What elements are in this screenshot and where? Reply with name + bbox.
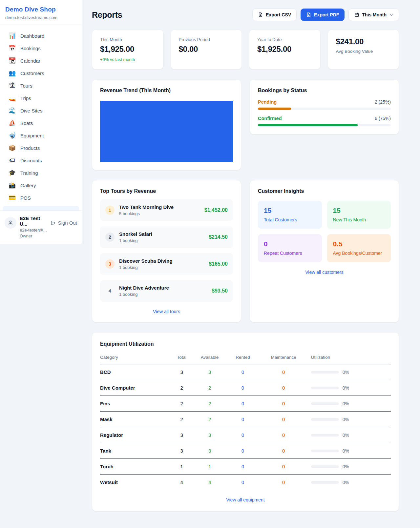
sidebar-item-label: Calendar bbox=[20, 58, 40, 64]
sidebar-active-item-partial[interactable] bbox=[3, 206, 79, 211]
equipment-available: 3 bbox=[191, 443, 228, 459]
equipment-maintenance: 0 bbox=[258, 427, 310, 443]
equipment-rented: 0 bbox=[228, 412, 258, 427]
bookings-by-status-card: Bookings by Status Pending2 (25%)Confirm… bbox=[250, 79, 399, 134]
equipment-utilization-title: Equipment Utilization bbox=[100, 341, 391, 347]
charts-row: Revenue Trend (This Month) Bookings by S… bbox=[92, 79, 399, 170]
customer-insights-card: Customer Insights 15Total Customers15New… bbox=[250, 180, 399, 322]
equipment-available: 3 bbox=[191, 364, 228, 380]
equipment-row: Fins22000% bbox=[100, 396, 391, 412]
equipment-utilization: 0% bbox=[311, 464, 391, 469]
utilization-percent: 0% bbox=[343, 433, 349, 438]
tour-row: 1Two Tank Morning Dive5 bookings$1,452.0… bbox=[100, 199, 233, 221]
user-role: Owner bbox=[20, 234, 47, 238]
package-emoji: 📦 bbox=[9, 145, 16, 151]
sign-out-button[interactable]: Sign Out bbox=[50, 220, 77, 226]
sidebar-item-gallery[interactable]: 📸Gallery bbox=[3, 179, 79, 192]
sidebar-item-equipment[interactable]: 🤿Equipment bbox=[3, 129, 79, 142]
sidebar-item-label: Dashboard bbox=[20, 33, 44, 39]
tour-revenue: $93.50 bbox=[212, 288, 228, 294]
equipment-utilization: 0% bbox=[311, 417, 391, 422]
insight-tile: 0.5Avg Bookings/Customer bbox=[327, 234, 391, 262]
tear-off-calendar-emoji: 📆 bbox=[9, 58, 16, 64]
sidebar-item-tours[interactable]: 🏝Tours bbox=[3, 79, 79, 92]
sidebar-item-trips[interactable]: 🚤Trips bbox=[3, 92, 79, 104]
revenue-trend-chart-area bbox=[100, 101, 233, 162]
utilization-bar-track bbox=[311, 434, 339, 437]
sidebar-item-label: Boats bbox=[20, 120, 33, 126]
tour-name: Snorkel Safari bbox=[119, 231, 204, 237]
utilization-bar-track bbox=[311, 371, 339, 374]
insight-tile: 0Repeat Customers bbox=[258, 234, 322, 262]
equipment-row: Tank33000% bbox=[100, 443, 391, 459]
equipment-category: Fins bbox=[100, 396, 172, 412]
label-tag-emoji: 🏷 bbox=[9, 157, 16, 163]
rank-badge: 4 bbox=[105, 286, 115, 295]
equipment-maintenance: 0 bbox=[258, 380, 310, 396]
period-dropdown[interactable]: This Month bbox=[348, 9, 399, 21]
revenue-trend-bar bbox=[100, 101, 233, 162]
sidebar-item-training[interactable]: 🎓Training bbox=[3, 167, 79, 179]
status-progress-track bbox=[258, 124, 391, 126]
insights-row: Top Tours by Revenue 1Two Tank Morning D… bbox=[92, 180, 399, 322]
export-csv-label: Export CSV bbox=[266, 12, 291, 17]
export-csv-button[interactable]: Export CSV bbox=[252, 9, 297, 21]
equipment-row: Torch11000% bbox=[100, 459, 391, 475]
stat-card: This Month$1,925.00+0% vs last month bbox=[92, 30, 163, 70]
equipment-available: 1 bbox=[191, 459, 228, 475]
top-tours-title: Top Tours by Revenue bbox=[100, 188, 233, 194]
stat-card: Previous Period$0.00 bbox=[171, 30, 242, 70]
sailboat-emoji: ⛵ bbox=[9, 120, 16, 126]
utilization-bar-track bbox=[311, 418, 339, 421]
sidebar-item-label: Trips bbox=[20, 95, 31, 101]
bookings-by-status-title: Bookings by Status bbox=[258, 88, 391, 93]
equipment-utilization: 0% bbox=[311, 433, 391, 438]
equipment-row: Wetsuit44000% bbox=[100, 475, 391, 490]
equipment-col-header: Maintenance bbox=[258, 353, 310, 364]
page-title: Reports bbox=[92, 10, 122, 20]
sidebar-item-bookings[interactable]: 📅Bookings bbox=[3, 42, 79, 54]
tour-bookings: 1 booking bbox=[119, 265, 204, 270]
equipment-category: Torch bbox=[100, 459, 172, 475]
tour-name: Night Dive Adventure bbox=[119, 285, 207, 291]
user-info: E2E Test U... e2e-tester@... Owner bbox=[20, 215, 47, 238]
equipment-category: Tank bbox=[100, 443, 172, 459]
view-all-equipment-link[interactable]: View all equipment bbox=[100, 497, 391, 502]
export-pdf-button[interactable]: Export PDF bbox=[301, 9, 345, 21]
calendar-icon bbox=[354, 12, 359, 17]
sidebar-item-customers[interactable]: 👥Customers bbox=[3, 67, 79, 79]
equipment-category: BCD bbox=[100, 364, 172, 380]
equipment-col-header: Category bbox=[100, 353, 172, 364]
shop-domain: demo.test.divestreams.com bbox=[5, 15, 76, 20]
insight-label: New This Month bbox=[333, 217, 385, 222]
equipment-utilization: 0% bbox=[311, 370, 391, 375]
sidebar-item-dashboard[interactable]: 📊Dashboard bbox=[3, 30, 79, 42]
equipment-available: 4 bbox=[191, 475, 228, 490]
tour-revenue: $214.50 bbox=[209, 234, 228, 240]
equipment-rented: 0 bbox=[228, 475, 258, 490]
status-label: Pending bbox=[258, 99, 277, 105]
utilization-bar-track bbox=[311, 465, 339, 468]
bar-chart-emoji: 📊 bbox=[9, 33, 16, 39]
tour-revenue: $1,452.00 bbox=[204, 207, 228, 213]
utilization-percent: 0% bbox=[343, 464, 349, 469]
tour-row: 3Discover Scuba Diving1 booking$165.00 bbox=[100, 253, 233, 275]
view-all-tours-link[interactable]: View all tours bbox=[100, 309, 233, 314]
sidebar-item-boats[interactable]: ⛵Boats bbox=[3, 117, 79, 129]
equipment-maintenance: 0 bbox=[258, 364, 310, 380]
sidebar-nav: 📊Dashboard📅Bookings📆Calendar👥Customers🏝T… bbox=[0, 25, 82, 205]
insight-value: 15 bbox=[333, 207, 385, 214]
sidebar-item-calendar[interactable]: 📆Calendar bbox=[3, 54, 79, 67]
equipment-rented: 0 bbox=[228, 364, 258, 380]
stat-cards-row: This Month$1,925.00+0% vs last monthPrev… bbox=[92, 30, 399, 70]
logout-icon bbox=[50, 220, 56, 226]
view-all-customers-link[interactable]: View all customers bbox=[258, 270, 391, 275]
revenue-trend-card: Revenue Trend (This Month) bbox=[92, 79, 241, 170]
equipment-rented: 0 bbox=[228, 443, 258, 459]
sidebar-item-pos[interactable]: 💳POS bbox=[3, 192, 79, 204]
insight-value: 0.5 bbox=[333, 240, 385, 248]
sidebar-item-discounts[interactable]: 🏷Discounts bbox=[3, 154, 79, 167]
camera-emoji: 📸 bbox=[9, 182, 16, 188]
sidebar-item-dive-sites[interactable]: 🌊Dive Sites bbox=[3, 104, 79, 117]
sidebar-item-products[interactable]: 📦Products bbox=[3, 142, 79, 154]
